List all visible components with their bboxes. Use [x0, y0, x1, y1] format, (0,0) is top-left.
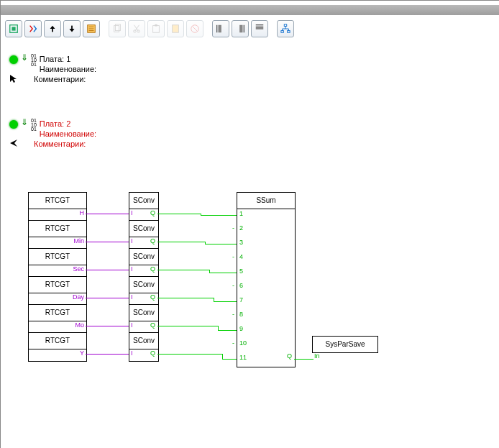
rtcgt-block[interactable]: RTCGT: [28, 332, 87, 362]
tool-align-top-icon[interactable]: [251, 20, 268, 37]
bits-icon: 011001: [31, 119, 37, 132]
transfer-icon: ⇓: [21, 119, 28, 126]
board-label: Плата: 1: [40, 54, 96, 64]
tool-signals-icon[interactable]: [24, 20, 42, 37]
block-title: SConv: [129, 333, 158, 349]
rtcgt-block[interactable]: RTCGT: [28, 248, 87, 278]
ssum-input-4: 4: [239, 253, 243, 260]
sconv-block[interactable]: SConv: [129, 248, 159, 278]
ssum-input-5: 5: [239, 268, 243, 275]
ssum-dash: -: [232, 224, 234, 232]
canvas[interactable]: ⇓ 011001 Плата: 1 Наименование: Коммента…: [1, 41, 499, 448]
board-header-text: Плата: 1 Наименование:: [40, 54, 96, 74]
ssum-input-11: 11: [239, 354, 247, 361]
tool-props-icon[interactable]: [83, 20, 100, 37]
sconv-block[interactable]: SConv: [129, 192, 159, 221]
app-window: ⇓ 011001 Плата: 1 Наименование: Коммента…: [0, 0, 499, 448]
wire: [86, 298, 129, 298]
sconv-block[interactable]: SConv: [129, 332, 159, 362]
wire: [86, 354, 129, 355]
wire: [157, 326, 218, 326]
tool-down-icon[interactable]: [63, 20, 81, 37]
svg-rect-10: [155, 24, 157, 27]
sconv-block[interactable]: SConv: [129, 304, 159, 334]
rtcgt-port-y: Y: [70, 349, 84, 357]
rtcgt-port-min: Min: [70, 237, 84, 244]
svg-rect-14: [239, 25, 242, 33]
wire: [214, 301, 237, 302]
port-q: Q: [287, 352, 292, 360]
wire: [218, 330, 237, 331]
port-q: Q: [150, 349, 155, 357]
rtcgt-port-day: Day: [70, 293, 84, 301]
block-title: SConv: [129, 193, 158, 209]
block-title: SSum: [237, 193, 295, 209]
bits-icon: 011001: [31, 54, 37, 67]
ssum-dash: -: [232, 282, 234, 289]
rtcgt-block[interactable]: RTCGT: [28, 220, 87, 250]
tool-copy-icon: [109, 20, 126, 37]
rtcgt-port-sec: Sec: [70, 265, 84, 273]
name-label: Наименование:: [40, 129, 96, 139]
board-header-text: Плата: 2 Наименование:: [40, 119, 96, 139]
block-title: RTCGT: [29, 221, 86, 237]
name-label: Наименование:: [40, 64, 96, 74]
tool-up-icon[interactable]: [44, 20, 61, 37]
svg-rect-17: [281, 31, 284, 33]
sysparsave-block[interactable]: SysParSave: [312, 336, 378, 353]
board-header-2: ⇓ 011001 Плата: 2 Наименование:: [9, 119, 96, 139]
svg-rect-16: [284, 24, 287, 27]
port-i: I: [131, 209, 133, 216]
port-i: I: [131, 293, 133, 301]
cursor-icon: [9, 74, 18, 84]
wire: [157, 354, 222, 355]
svg-rect-1: [12, 27, 15, 30]
rtcgt-block[interactable]: RTCGT: [28, 304, 87, 334]
sconv-block[interactable]: SConv: [129, 220, 159, 250]
ssum-input-1: 1: [239, 210, 243, 217]
port-i: I: [131, 321, 133, 329]
block-title: SConv: [129, 305, 158, 321]
wire: [201, 215, 237, 216]
block-title: RTCGT: [29, 305, 86, 321]
ssum-input-3: 3: [239, 239, 243, 246]
tool-hierarchy-icon[interactable]: [277, 20, 294, 37]
ssum-input-7: 7: [239, 296, 243, 303]
svg-rect-15: [256, 27, 264, 29]
svg-rect-2: [52, 29, 53, 32]
wire: [157, 242, 205, 242]
svg-rect-13: [219, 25, 221, 33]
block-title: SConv: [129, 249, 158, 265]
status-dot-icon: [9, 55, 18, 64]
rtcgt-port-h: H: [70, 209, 84, 216]
port-in: In: [314, 352, 320, 360]
wire: [157, 298, 214, 298]
wire: [209, 273, 237, 273]
ssum-input-10: 10: [239, 339, 247, 347]
wire: [294, 359, 313, 360]
svg-rect-11: [173, 25, 179, 33]
block-title: SConv: [129, 277, 158, 293]
port-q: Q: [150, 237, 155, 244]
title-bar: [1, 5, 499, 15]
port-q: Q: [150, 209, 155, 216]
tool-node-icon[interactable]: [5, 20, 22, 37]
wire: [222, 354, 223, 359]
transfer-icon: ⇓: [21, 54, 28, 61]
tool-cut-icon: [128, 20, 145, 37]
comments-label: Комментарии:: [34, 140, 86, 148]
board-label: Плата: 2: [40, 119, 96, 129]
rtcgt-block[interactable]: RTCGT: [28, 192, 87, 221]
wire: [86, 270, 129, 270]
rtcgt-block[interactable]: RTCGT: [28, 276, 87, 306]
sconv-block[interactable]: SConv: [129, 276, 159, 306]
tool-align-right-icon[interactable]: [232, 20, 249, 37]
ssum-dash: -: [232, 311, 234, 318]
tool-align-left-icon[interactable]: [212, 20, 229, 37]
block-title: RTCGT: [29, 249, 86, 265]
tool-clip-icon: [167, 20, 184, 37]
wire: [86, 326, 129, 326]
tool-paste-icon: [147, 20, 165, 37]
ssum-input-8: 8: [239, 311, 243, 318]
wire: [86, 214, 129, 214]
